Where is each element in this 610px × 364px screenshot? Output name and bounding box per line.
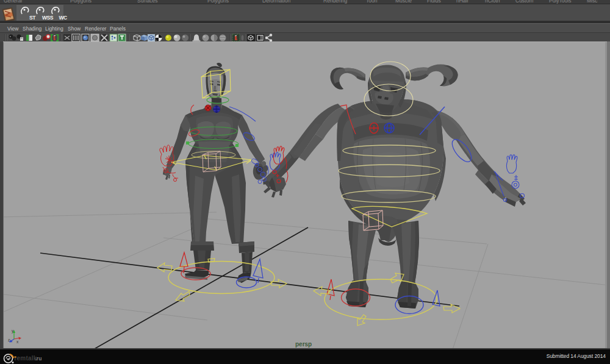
svg-text:.ru: .ru (35, 355, 42, 362)
svg-text:z: z (8, 338, 10, 342)
svg-text:persp: persp (295, 341, 312, 348)
svg-text:remtalk: remtalk (15, 355, 37, 362)
